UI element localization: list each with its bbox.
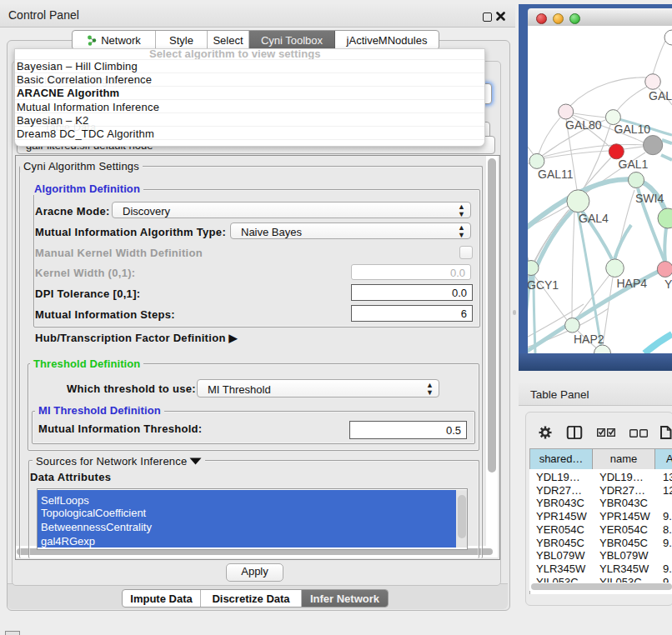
svg-text:SWI4: SWI4 xyxy=(635,192,664,205)
svg-text:GAL4: GAL4 xyxy=(579,212,609,225)
svg-text:HAP2: HAP2 xyxy=(574,332,604,346)
svg-text:GAL11: GAL11 xyxy=(538,168,574,181)
svg-text:GAL1: GAL1 xyxy=(619,158,649,171)
svg-text:GAL: GAL xyxy=(649,89,672,102)
svg-text:Y: Y xyxy=(664,278,672,291)
svg-text:GCY1: GCY1 xyxy=(528,278,559,292)
svg-text:GAL10: GAL10 xyxy=(614,122,651,136)
svg-text:HAP4: HAP4 xyxy=(617,277,648,290)
svg-text:GAL80: GAL80 xyxy=(565,118,602,132)
